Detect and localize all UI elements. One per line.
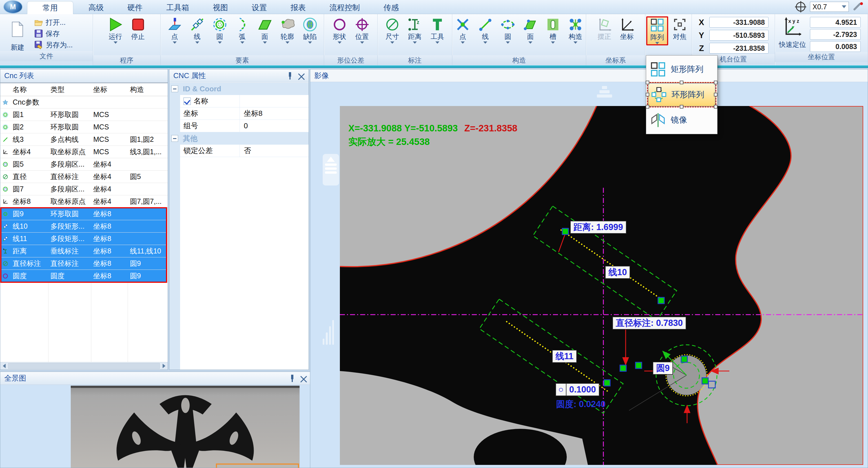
scroll-right-button[interactable] <box>160 362 168 370</box>
ribbon-item-construct-线[interactable]: 线 <box>474 16 496 44</box>
machine-x-value[interactable]: -331.9088 <box>709 17 769 28</box>
scroll-left-button[interactable] <box>0 362 8 370</box>
ribbon-item-elements-弧[interactable]: 弧 <box>231 16 253 44</box>
column-header-类型[interactable]: 类型 <box>48 83 91 96</box>
label-distance[interactable]: 距离: 1.6999 <box>570 221 626 234</box>
column-header-构造[interactable]: 构造 <box>128 83 166 96</box>
ribbon-item-csys-摆正[interactable]: 摆正 <box>593 16 616 40</box>
pyramid-levels-icon[interactable] <box>595 85 614 103</box>
level-bars-icon[interactable] <box>320 316 336 348</box>
table-row-直径标注[interactable]: 直径标注直径标注坐标8圆9 <box>0 257 168 270</box>
label-roundness-result[interactable]: 圆度: 0.0240 <box>556 398 606 410</box>
menu-tab-报表[interactable]: 报表 <box>282 1 314 14</box>
menu-tab-高级[interactable]: 高级 <box>80 1 112 14</box>
menu-tab-常用[interactable]: 常用 <box>27 1 73 14</box>
machine-z-value[interactable]: -231.8358 <box>709 43 769 54</box>
ribbon-item-save-as[interactable]: 另存为... <box>34 40 73 50</box>
table-row-线11[interactable]: 线11多段矩形...坐标8 <box>0 233 168 245</box>
table-row-圆2[interactable]: 圆2环形取圆MCS <box>0 121 168 133</box>
ribbon-item-save-disk[interactable]: 保存 <box>34 29 73 38</box>
ribbon-item-program-运行[interactable]: 运行 <box>104 16 127 44</box>
property-section-其他[interactable]: 其他 <box>169 132 309 145</box>
coord-value-0[interactable]: 4.9521 <box>810 17 861 28</box>
panorama-view-rect[interactable] <box>216 464 299 468</box>
ribbon-item-dimension-尺寸[interactable]: 尺寸 <box>381 16 403 44</box>
label-circle9[interactable]: 圆9 <box>653 362 673 375</box>
stage-target-icon[interactable] <box>796 2 805 11</box>
menu-tab-视图[interactable]: 视图 <box>204 1 237 14</box>
ribbon-item-elements-轮廓[interactable]: 轮廓 <box>276 16 299 44</box>
property-value[interactable]: 否 <box>240 145 309 157</box>
menu-item-环形阵列[interactable]: 环形阵列 <box>647 82 716 108</box>
property-section-ID & Coord[interactable]: ID & Coord <box>169 83 309 95</box>
label-line10[interactable]: 线10 <box>605 266 630 279</box>
table-row-圆5[interactable]: 圆5多段扇区...坐标4 <box>0 158 168 171</box>
app-logo[interactable]: M <box>3 0 23 13</box>
ribbon-item-construct-圆[interactable]: 圆 <box>497 16 519 44</box>
table-row-圆9[interactable]: 圆9环形取圆坐标8 <box>0 208 168 220</box>
coord-value-1[interactable]: -2.7923 <box>810 29 861 40</box>
table-row-圆度[interactable]: 圆度圆度坐标8圆9 <box>0 270 168 282</box>
ribbon-item-open-folder[interactable]: 打开... <box>34 18 73 27</box>
ribbon-item-gdt-形状[interactable]: 形状 <box>329 16 350 44</box>
ribbon-item-elements-圆[interactable]: 圆 <box>209 16 231 44</box>
panorama-thumbnail[interactable] <box>71 386 300 468</box>
ribbon-item-construct-点[interactable]: 点 <box>452 16 474 44</box>
column-header-名称[interactable]: 名称 <box>10 83 48 96</box>
ribbon-item-elements-点[interactable]: 点 <box>164 16 186 44</box>
scroll-thumb[interactable] <box>8 363 160 369</box>
table-row-圆1[interactable]: 圆1环形取圆MCS <box>0 109 168 121</box>
pen-tool-icon[interactable] <box>854 2 864 12</box>
machine-y-value[interactable]: -510.5893 <box>709 30 769 40</box>
property-value[interactable]: 坐标8 <box>240 108 309 120</box>
label-diameter[interactable]: 直径标注: 0.7830 <box>612 317 686 329</box>
table-row-Cnc参数[interactable]: Cnc参数 <box>0 96 168 109</box>
cnc-list-hscrollbar[interactable] <box>0 362 168 370</box>
ribbon-item-tools-阵列[interactable]: 阵列 <box>646 16 668 46</box>
close-icon[interactable] <box>298 72 305 79</box>
ribbon-item-construct-槽[interactable]: 槽 <box>542 16 564 44</box>
pin-icon[interactable] <box>287 72 293 80</box>
ribbon-item-elements-缺陷[interactable]: 缺陷 <box>299 16 321 44</box>
table-row-坐标8[interactable]: 坐标8取坐标原点坐标4圆7,圆7,... <box>0 195 168 208</box>
table-row-线3[interactable]: 线3多点构线MCS圆1,圆2 <box>0 133 168 146</box>
table-row-圆7[interactable]: 圆7多段扇区...坐标4 <box>0 183 168 195</box>
pin-icon[interactable] <box>289 375 295 382</box>
ribbon-item-tools-对焦[interactable]: 对焦 <box>669 16 691 40</box>
table-row-直径[interactable]: 直径直径标注坐标4圆5 <box>0 171 168 183</box>
menu-tab-硬件[interactable]: 硬件 <box>119 1 151 14</box>
collapse-icon[interactable] <box>172 85 178 92</box>
panorama-view[interactable] <box>0 385 311 468</box>
table-row-坐标4[interactable]: 坐标4取坐标原点MCS线3,圆1,... <box>0 146 168 158</box>
table-row-距离[interactable]: 距离垂线标注坐标8线11,线10 <box>0 245 168 257</box>
column-header-坐标[interactable]: 坐标 <box>91 83 128 96</box>
menu-item-矩形阵列[interactable]: 矩形阵列 <box>647 57 716 82</box>
camera-image-view[interactable] <box>340 106 863 465</box>
checkbox-checked[interactable] <box>183 97 191 105</box>
ribbon-item-construct-面[interactable]: 面 <box>519 16 541 44</box>
close-icon[interactable] <box>300 375 307 382</box>
menu-tab-工具箱[interactable]: 工具箱 <box>158 1 197 14</box>
table-row-线10[interactable]: 线10多段矩形...坐标8 <box>0 220 168 233</box>
menu-tab-传感[interactable]: 传感 <box>375 1 407 14</box>
collapse-icon[interactable] <box>172 135 178 142</box>
ribbon-item-elements-面[interactable]: 面 <box>254 16 276 44</box>
coord-value-2[interactable]: 0.0083 <box>810 41 861 52</box>
menu-tab-设置[interactable]: 设置 <box>243 1 275 14</box>
property-value[interactable] <box>240 95 309 107</box>
ribbon-item-new[interactable]: 新建 <box>4 16 31 51</box>
menu-item-镜像[interactable]: 镜像 <box>647 108 716 133</box>
ribbon-item-program-停止[interactable]: 停止 <box>127 16 149 40</box>
ribbon-item-construct-构造[interactable]: 构造 <box>564 16 586 44</box>
quick-locate-button[interactable]: x y z快速定位 <box>779 16 806 48</box>
label-line11[interactable]: 线11 <box>552 350 577 363</box>
label-roundness-tolerance[interactable]: ○ 0.1000 <box>555 383 599 396</box>
ribbon-item-dimension-距离[interactable]: z距离 <box>404 16 426 44</box>
ribbon-item-csys-坐标[interactable]: 坐标 <box>616 16 638 40</box>
menu-tab-流程控制[interactable]: 流程控制 <box>321 1 368 14</box>
lens-zoom-select[interactable]: X0.7 <box>810 2 849 12</box>
light-control-icon[interactable] <box>323 154 339 185</box>
ribbon-item-elements-线[interactable]: 线 <box>186 16 208 44</box>
property-value[interactable]: 0 <box>240 120 309 132</box>
ribbon-item-dimension-工具[interactable]: 工具 <box>426 16 448 44</box>
